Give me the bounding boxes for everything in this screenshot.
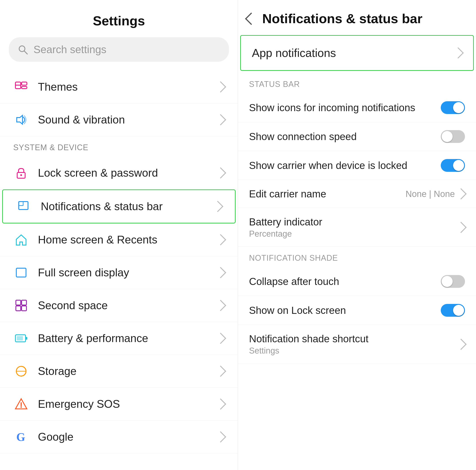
google-chevron (215, 431, 226, 443)
right-content: App notifications STATUS BAR Show icons … (238, 33, 476, 470)
home-icon (13, 232, 29, 248)
svg-rect-10 (19, 201, 23, 206)
right-item-edit-carrier[interactable]: Edit carrier name None | None (238, 180, 476, 208)
lock-label: Lock screen & password (38, 166, 217, 179)
right-panel: Notifications & status bar App notificat… (238, 0, 476, 470)
lock-icon (13, 165, 29, 181)
right-title: Notifications & status bar (262, 11, 423, 26)
collapse-toggle[interactable] (441, 275, 465, 288)
battery-indicator-text: Battery indicator Percentage (249, 216, 457, 239)
emergency-icon (13, 396, 29, 412)
shade-shortcut-sublabel: Settings (249, 346, 457, 356)
themes-label: Themes (38, 80, 217, 93)
notifications-icon (16, 199, 32, 214)
svg-rect-18 (17, 336, 23, 341)
fullscreen-icon (13, 265, 29, 281)
app-notifications-row[interactable]: App notifications (240, 35, 474, 71)
edit-carrier-label: Edit carrier name (249, 188, 406, 200)
second-space-icon (13, 298, 29, 313)
svg-rect-17 (26, 337, 27, 340)
connection-speed-label: Show connection speed (249, 130, 441, 143)
svg-rect-4 (22, 82, 27, 85)
google-icon: G (13, 429, 29, 445)
settings-item-themes[interactable]: Themes (0, 71, 238, 103)
right-item-show-carrier[interactable]: Show carrier when device is locked (238, 151, 476, 180)
notification-shade-label: NOTIFICATION SHADE (238, 247, 476, 267)
show-carrier-label: Show carrier when device is locked (249, 160, 441, 171)
system-device-label: SYSTEM & DEVICE (0, 136, 238, 157)
battery-chevron (215, 333, 226, 344)
settings-item-emergency[interactable]: Emergency SOS (0, 388, 238, 421)
show-icons-label: Show icons for incoming notifications (249, 102, 441, 114)
search-bar[interactable]: Search settings (9, 37, 229, 62)
settings-item-battery[interactable]: Battery & performance (0, 322, 238, 355)
sound-label: Sound & vibration (38, 113, 217, 126)
settings-item-google[interactable]: G Google (0, 421, 238, 453)
emergency-chevron (215, 398, 226, 410)
shade-shortcut-chevron (456, 339, 467, 350)
battery-icon (13, 330, 29, 346)
show-lock-label: Show on Lock screen (249, 304, 441, 316)
battery-indicator-chevron (456, 222, 467, 233)
settings-item-sound[interactable]: Sound & vibration (0, 103, 238, 136)
show-carrier-toggle[interactable] (441, 159, 465, 172)
show-carrier-text: Show carrier when device is locked (249, 160, 441, 171)
home-chevron (215, 234, 226, 245)
themes-chevron (215, 81, 226, 93)
svg-rect-11 (16, 268, 26, 277)
right-item-show-lock[interactable]: Show on Lock screen (238, 296, 476, 325)
fullscreen-label: Full screen display (38, 266, 217, 279)
show-icons-toggle[interactable] (441, 101, 465, 114)
battery-indicator-label: Battery indicator (249, 216, 457, 228)
status-bar-label: STATUS BAR (238, 73, 476, 93)
lock-chevron (215, 167, 226, 179)
storage-icon (13, 363, 29, 379)
svg-point-23 (20, 406, 22, 408)
svg-rect-14 (16, 306, 21, 311)
themes-icon (13, 79, 29, 95)
svg-point-8 (20, 174, 22, 176)
svg-rect-5 (22, 87, 27, 89)
sound-icon (13, 112, 29, 128)
show-lock-toggle[interactable] (441, 304, 465, 317)
right-item-connection-speed[interactable]: Show connection speed (238, 122, 476, 151)
shade-shortcut-label: Notification shade shortcut (249, 333, 457, 345)
settings-item-fullscreen[interactable]: Full screen display (0, 256, 238, 289)
svg-rect-12 (16, 300, 21, 305)
notifications-label: Notifications & status bar (41, 200, 214, 213)
settings-item-second-space[interactable]: Second space (0, 289, 238, 322)
search-icon (18, 44, 28, 55)
edit-carrier-chevron (456, 188, 467, 199)
app-notifications-label: App notifications (252, 46, 454, 59)
settings-item-lock[interactable]: Lock screen & password (0, 157, 238, 189)
second-space-label: Second space (38, 299, 217, 312)
settings-item-notifications[interactable]: Notifications & status bar (2, 189, 236, 223)
settings-item-storage[interactable]: Storage (0, 355, 238, 388)
svg-text:G: G (16, 431, 25, 443)
battery-indicator-sublabel: Percentage (249, 229, 457, 239)
left-panel: Settings Search settings Themes (0, 0, 238, 470)
fullscreen-chevron (215, 267, 226, 278)
back-button[interactable] (245, 12, 258, 25)
left-panel-title: Settings (0, 0, 238, 37)
carrier-value: None | None (406, 189, 455, 199)
storage-chevron (215, 366, 226, 377)
notifications-chevron (212, 201, 223, 212)
battery-label: Battery & performance (38, 332, 217, 345)
home-label: Home screen & Recents (38, 233, 217, 246)
right-item-collapse[interactable]: Collapse after touch (238, 267, 476, 296)
sound-chevron (215, 114, 226, 126)
collapse-text: Collapse after touch (249, 275, 441, 287)
connection-speed-toggle[interactable] (441, 130, 465, 143)
app-notifications-chevron (453, 47, 464, 59)
google-label: Google (38, 431, 217, 443)
settings-item-home[interactable]: Home screen & Recents (0, 223, 238, 256)
right-item-show-icons[interactable]: Show icons for incoming notifications (238, 93, 476, 122)
collapse-label: Collapse after touch (249, 275, 441, 287)
connection-speed-text: Show connection speed (249, 130, 441, 143)
right-item-battery-indicator[interactable]: Battery indicator Percentage (238, 208, 476, 247)
search-placeholder: Search settings (34, 43, 106, 55)
show-icons-text: Show icons for incoming notifications (249, 102, 441, 114)
show-lock-text: Show on Lock screen (249, 304, 441, 316)
right-item-shade-shortcut[interactable]: Notification shade shortcut Settings (238, 325, 476, 364)
